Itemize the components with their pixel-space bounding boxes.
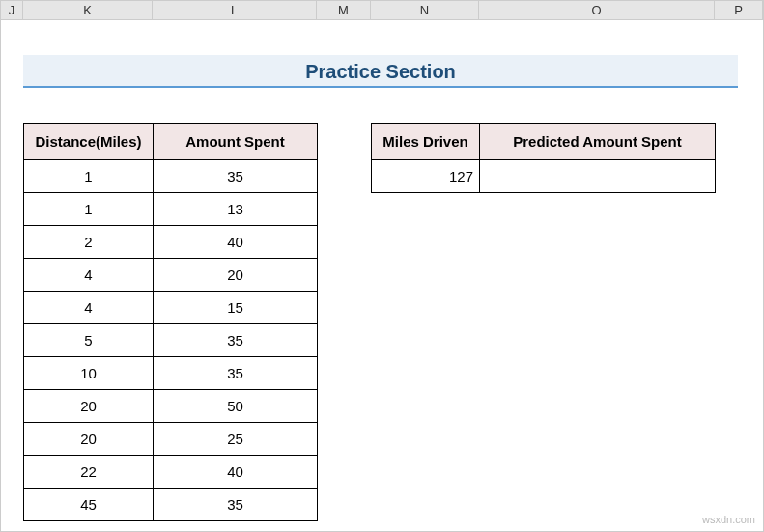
table-row: 113 (24, 193, 318, 226)
cell-distance[interactable]: 10 (24, 357, 154, 390)
table-row: 127 (372, 160, 716, 193)
spreadsheet-sheet: J K L M N O P Practice Section Distance(… (0, 0, 764, 532)
watermark-text: wsxdn.com (702, 514, 755, 525)
cell-amount[interactable]: 20 (154, 259, 318, 292)
header-miles-driven[interactable]: Miles Driven (372, 124, 480, 160)
data-table-distance-amount: Distance(Miles) Amount Spent 135 113 240… (23, 123, 318, 521)
cell-amount[interactable]: 25 (154, 423, 318, 456)
cell-amount[interactable]: 15 (154, 292, 318, 324)
table-row: 4535 (24, 489, 318, 521)
col-header-M[interactable]: M (317, 1, 371, 19)
table-header-row: Miles Driven Predicted Amount Spent (372, 124, 716, 160)
col-header-K[interactable]: K (23, 1, 153, 19)
header-distance[interactable]: Distance(Miles) (24, 124, 154, 160)
cell-amount[interactable]: 13 (154, 193, 318, 226)
cell-distance[interactable]: 45 (24, 489, 154, 521)
cell-distance[interactable]: 1 (24, 160, 154, 193)
cell-amount[interactable]: 40 (154, 226, 318, 259)
cell-miles-driven[interactable]: 127 (372, 160, 480, 193)
table-row: 535 (24, 324, 318, 357)
sheet-content: Practice Section Distance(Miles) Amount … (1, 20, 763, 531)
col-header-O[interactable]: O (479, 1, 715, 19)
cell-distance[interactable]: 1 (24, 193, 154, 226)
col-header-J[interactable]: J (1, 1, 23, 19)
header-predicted-amount[interactable]: Predicted Amount Spent (480, 124, 716, 160)
table-header-row: Distance(Miles) Amount Spent (24, 124, 318, 160)
table-row: 135 (24, 160, 318, 193)
page-title: Practice Section (23, 55, 738, 88)
cell-distance[interactable]: 20 (24, 423, 154, 456)
cell-predicted-amount[interactable] (480, 160, 716, 193)
cell-amount[interactable]: 50 (154, 390, 318, 423)
col-header-P[interactable]: P (715, 1, 763, 19)
cell-amount[interactable]: 35 (154, 324, 318, 357)
table-row: 420 (24, 259, 318, 292)
cell-distance[interactable]: 22 (24, 456, 154, 489)
cell-amount[interactable]: 40 (154, 456, 318, 489)
cell-amount[interactable]: 35 (154, 357, 318, 390)
cell-amount[interactable]: 35 (154, 489, 318, 521)
table-row: 1035 (24, 357, 318, 390)
data-table-prediction: Miles Driven Predicted Amount Spent 127 (371, 123, 716, 193)
cell-distance[interactable]: 4 (24, 259, 154, 292)
table-row: 2240 (24, 456, 318, 489)
cell-distance[interactable]: 2 (24, 226, 154, 259)
cell-amount[interactable]: 35 (154, 160, 318, 193)
table-row: 2025 (24, 423, 318, 456)
col-header-N[interactable]: N (371, 1, 479, 19)
table-row: 415 (24, 292, 318, 324)
cell-distance[interactable]: 4 (24, 292, 154, 324)
header-amount-spent[interactable]: Amount Spent (154, 124, 318, 160)
col-header-L[interactable]: L (153, 1, 317, 19)
column-headers-row: J K L M N O P (1, 1, 763, 20)
table-row: 240 (24, 226, 318, 259)
cell-distance[interactable]: 20 (24, 390, 154, 423)
cell-distance[interactable]: 5 (24, 324, 154, 357)
table-row: 2050 (24, 390, 318, 423)
